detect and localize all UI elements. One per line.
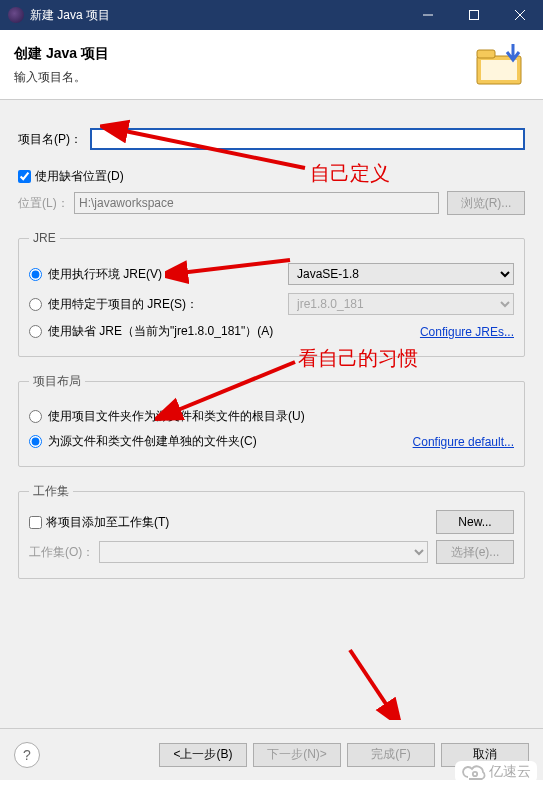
jre-group: JRE 使用执行环境 JRE(V)： JavaSE-1.8 使用特定于项目的 J… [18,231,525,357]
workingset-group: 工作集 将项目添加至工作集(T) New... 工作集(O)： 选择(e)... [18,483,525,579]
location-input [74,192,439,214]
use-default-location-checkbox[interactable] [18,170,31,183]
close-button[interactable] [497,0,543,30]
next-button: 下一步(N)> [253,743,341,767]
workingset-sets-label: 工作集(O)： [29,544,99,561]
jre-specific-label: 使用特定于项目的 JRE(S)： [48,296,288,313]
window-title: 新建 Java 项目 [30,7,405,24]
banner-heading: 创建 Java 项目 [14,45,109,63]
configure-default-link[interactable]: Configure default... [413,435,514,449]
window-titlebar: 新建 Java 项目 [0,0,543,30]
watermark: 亿速云 [455,761,537,783]
help-button[interactable]: ? [14,742,40,768]
arrow-4 [330,640,410,720]
layout-group: 项目布局 使用项目文件夹作为源文件和类文件的根目录(U) 为源文件和类文件创建单… [18,373,525,467]
workingset-select-button: 选择(e)... [436,540,514,564]
project-name-input[interactable] [90,128,525,150]
layout-root-radio[interactable] [29,410,42,423]
layout-separate-label: 为源文件和类文件创建单独的文件夹(C) [48,433,257,450]
jre-env-label: 使用执行环境 JRE(V)： [48,266,288,283]
configure-jres-link[interactable]: Configure JREs... [420,325,514,339]
workingset-legend: 工作集 [29,483,73,500]
back-button[interactable]: <上一步(B) [159,743,247,767]
jre-specific-combo: jre1.8.0_181 [288,293,514,315]
jre-env-radio[interactable] [29,268,42,281]
workingset-add-checkbox[interactable] [29,516,42,529]
svg-rect-3 [481,60,517,80]
wizard-banner: 创建 Java 项目 输入项目名。 [0,30,543,100]
jre-env-combo[interactable]: JavaSE-1.8 [288,263,514,285]
jre-default-radio[interactable] [29,325,42,338]
layout-root-label: 使用项目文件夹作为源文件和类文件的根目录(U) [48,408,305,425]
layout-separate-radio[interactable] [29,435,42,448]
project-name-label: 项目名(P)： [18,131,82,148]
svg-rect-2 [477,50,495,58]
workingset-add-label: 将项目添加至工作集(T) [46,514,169,531]
maximize-button[interactable] [451,0,497,30]
use-default-location-label: 使用缺省位置(D) [35,168,124,185]
wizard-content: 项目名(P)： 使用缺省位置(D) 位置(L)： 浏览(R)... JRE 使用… [0,100,543,780]
layout-legend: 项目布局 [29,373,85,390]
wizard-icon [473,40,529,91]
workingset-combo [99,541,428,563]
jre-default-label: 使用缺省 JRE（当前为"jre1.8.0_181"）(A) [48,323,273,340]
jre-specific-radio[interactable] [29,298,42,311]
workingset-new-button[interactable]: New... [436,510,514,534]
minimize-button[interactable] [405,0,451,30]
location-label: 位置(L)： [18,195,74,212]
svg-point-4 [473,772,477,776]
finish-button: 完成(F) [347,743,435,767]
jre-legend: JRE [29,231,60,245]
browse-button: 浏览(R)... [447,191,525,215]
svg-rect-0 [470,11,479,20]
banner-subtitle: 输入项目名。 [14,69,109,86]
eclipse-icon [8,7,24,23]
